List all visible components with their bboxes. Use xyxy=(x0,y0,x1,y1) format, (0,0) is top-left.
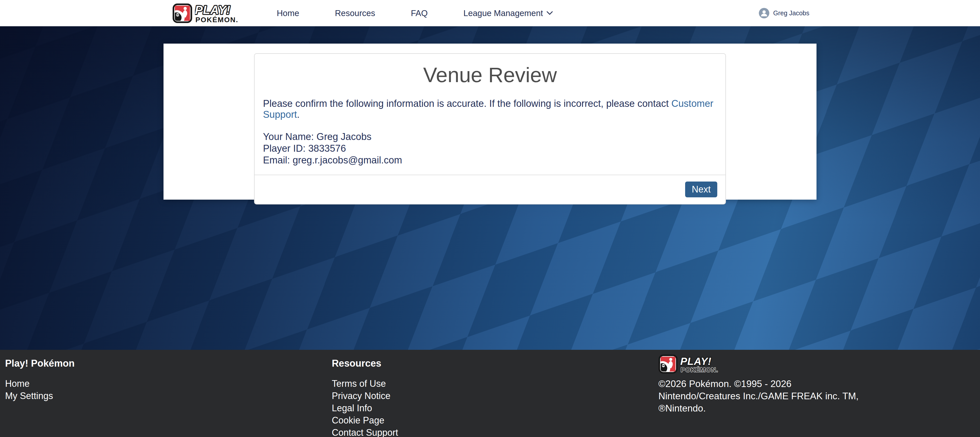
user-menu[interactable]: Greg Jacobs xyxy=(759,8,809,18)
page-background: Venue Review Please confirm the followin… xyxy=(0,26,980,350)
user-name: Greg Jacobs xyxy=(773,10,809,17)
player-id-label: Player ID: xyxy=(263,143,305,154)
footer-play-pokemon-wordmark: PLAY! POKÉMON. xyxy=(680,354,731,374)
wordmark-pokemon: POKÉMON. xyxy=(681,366,719,373)
confirm-text-suffix: . xyxy=(297,109,300,120)
footer-link-legal-info[interactable]: Legal Info xyxy=(332,402,648,414)
footer-heading-resources: Resources xyxy=(332,358,648,369)
play-pokemon-logo[interactable]: PLAY! POKÉMON. xyxy=(172,3,253,24)
player-email-value: greg.r.jacobs@gmail.com xyxy=(293,155,402,165)
play-pokemon-badge-icon xyxy=(172,3,192,23)
nav-home[interactable]: Home xyxy=(277,8,299,18)
player-id-value: 3833576 xyxy=(308,143,346,154)
player-id-line: Player ID: 3833576 xyxy=(263,143,717,154)
footer-link-cookie-page[interactable]: Cookie Page xyxy=(332,414,648,427)
footer-link-privacy-notice[interactable]: Privacy Notice xyxy=(332,390,648,402)
confirm-text: Please confirm the following information… xyxy=(263,98,717,120)
wordmark-play: PLAY! xyxy=(195,3,231,17)
footer-heading-play-pokemon: Play! Pokémon xyxy=(5,358,321,369)
next-button[interactable]: Next xyxy=(685,181,717,197)
wordmark-play: PLAY! xyxy=(680,355,711,367)
player-info: Your Name: Greg Jacobs Player ID: 383357… xyxy=(263,131,717,166)
play-pokemon-badge-icon xyxy=(659,354,678,374)
footer-column-legal: PLAY! POKÉMON. ©2026 Pokémon. ©1995 - 20… xyxy=(653,356,980,437)
confirm-text-prefix: Please confirm the following information… xyxy=(263,98,671,109)
chevron-down-icon xyxy=(547,11,553,15)
card-footer: Next xyxy=(255,175,725,204)
player-name-line: Your Name: Greg Jacobs xyxy=(263,131,717,143)
content-wrapper: Venue Review Please confirm the followin… xyxy=(164,44,816,200)
footer-link-terms-of-use[interactable]: Terms of Use xyxy=(332,378,648,390)
copyright-line: Nintendo/Creatures Inc./GAME FREAK inc. … xyxy=(659,390,975,402)
top-navbar: PLAY! POKÉMON. Home Resources FAQ League… xyxy=(0,0,980,26)
primary-nav: Home Resources FAQ League Management xyxy=(277,8,553,18)
user-avatar-icon xyxy=(759,8,769,18)
footer-link-my-settings[interactable]: My Settings xyxy=(5,390,321,402)
player-email-line: Email: greg.r.jacobs@gmail.com xyxy=(263,154,717,166)
player-email-label: Email: xyxy=(263,155,290,165)
player-name-value: Greg Jacobs xyxy=(317,131,371,142)
page-root: PLAY! POKÉMON. Home Resources FAQ League… xyxy=(0,0,980,437)
venue-review-card: Venue Review Please confirm the followin… xyxy=(254,53,726,205)
footer-link-contact-support[interactable]: Contact Support xyxy=(332,427,648,437)
player-name-label: Your Name: xyxy=(263,131,314,142)
header-left: PLAY! POKÉMON. Home Resources FAQ League… xyxy=(172,3,553,24)
card-body: Venue Review Please confirm the followin… xyxy=(255,54,725,175)
copyright-line: ®Nintendo. xyxy=(659,402,975,415)
nav-faq[interactable]: FAQ xyxy=(411,8,428,18)
footer-column-resources: Resources Terms of Use Privacy Notice Le… xyxy=(327,356,654,437)
nav-league-management-label: League Management xyxy=(463,8,543,18)
play-pokemon-wordmark: PLAY! POKÉMON. xyxy=(195,3,253,24)
wordmark-pokemon: POKÉMON. xyxy=(196,16,238,24)
copyright-line: ©2026 Pokémon. ©1995 - 2026 xyxy=(659,378,975,390)
page-title: Venue Review xyxy=(263,62,717,87)
footer-column-play-pokemon: Play! Pokémon Home My Settings xyxy=(0,356,327,437)
page-footer: Play! Pokémon Home My Settings Resources… xyxy=(0,350,980,437)
nav-league-management[interactable]: League Management xyxy=(463,8,553,18)
footer-link-home[interactable]: Home xyxy=(5,378,321,390)
footer-play-pokemon-logo: PLAY! POKÉMON. xyxy=(659,354,975,374)
nav-resources[interactable]: Resources xyxy=(335,8,375,18)
